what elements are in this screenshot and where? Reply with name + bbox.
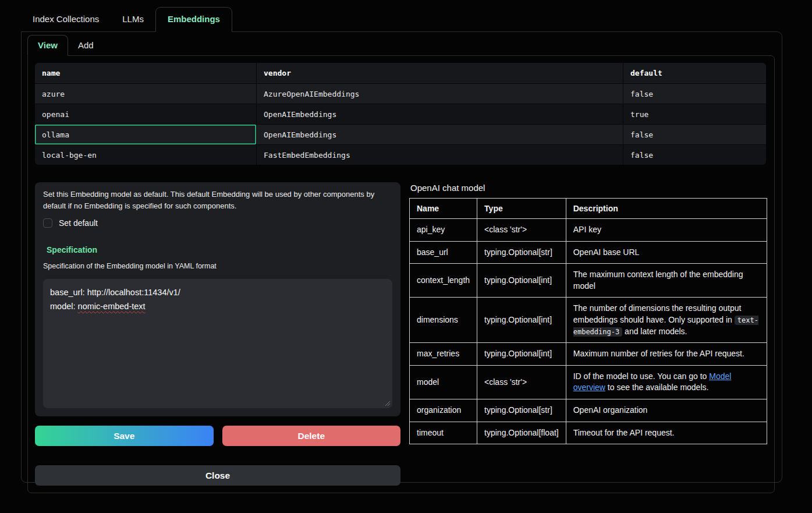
param-description: The maximum context length of the embedd…	[566, 264, 767, 298]
yaml-spec-editor[interactable]: base_url: http://localhost:11434/v1/ mod…	[43, 279, 392, 408]
schema-row-api_key: api_key<class 'str'>API key	[410, 219, 767, 242]
param-type: typing.Optional[str]	[477, 241, 566, 264]
description-text: Maximum number of retries for the API re…	[573, 349, 744, 358]
table-cell: OpenAIEmbeddings	[256, 104, 623, 124]
param-type: <class 'str'>	[477, 365, 566, 399]
tab-llms[interactable]: LLMs	[111, 8, 155, 31]
set-default-checkbox[interactable]	[43, 218, 52, 228]
tab-add[interactable]: Add	[68, 36, 104, 55]
embedding-row-ollama[interactable]: ollamaOpenAIEmbeddingsfalse	[35, 124, 766, 144]
param-type: typing.Optional[int]	[477, 264, 566, 298]
embeddings-table: namevendordefaultazureAzureOpenAIEmbeddi…	[35, 63, 766, 165]
table-cell: OpenAIEmbeddings	[256, 125, 623, 144]
param-type: typing.Optional[str]	[477, 399, 566, 422]
table-cell: true	[623, 104, 766, 124]
delete-button[interactable]: Delete	[222, 426, 401, 446]
selected-cell: ollama	[35, 125, 256, 144]
set-default-row: Set default	[43, 218, 392, 228]
param-name: max_retries	[410, 343, 477, 366]
embedding-row-openai[interactable]: openaiOpenAIEmbeddingstrue	[35, 104, 766, 124]
column-header-default: default	[623, 63, 766, 83]
top-tab-bar: Index Collections LLMs Embeddings	[21, 0, 812, 31]
default-description: Set this Embedding model as default. Thi…	[43, 189, 392, 212]
tab-embeddings[interactable]: Embeddings	[155, 7, 232, 32]
param-type: typing.Optional[int]	[477, 343, 566, 366]
param-name: dimensions	[410, 298, 477, 343]
column-header-vendor: vendor	[256, 63, 623, 83]
table-cell: azure	[35, 84, 256, 104]
description-text: ID of the model to use. You can go to	[573, 372, 710, 381]
save-button[interactable]: Save	[35, 426, 214, 446]
table-cell: false	[623, 84, 766, 104]
default-settings-panel: Set this Embedding model as default. Thi…	[35, 182, 400, 416]
description-text: OpenAI organization	[573, 405, 648, 415]
description-text: The number of dimensions the resulting o…	[573, 303, 742, 324]
description-text: to see the available models.	[605, 383, 708, 392]
table-cell: false	[623, 125, 766, 144]
embeddings-tab-panel: View Add namevendordefaultazureAzureOpen…	[21, 31, 782, 483]
schema-column: OpenAI chat model NameTypeDescriptionapi…	[409, 182, 767, 486]
schema-row-context_length: context_lengthtyping.Optional[int]The ma…	[410, 264, 767, 298]
embedding-row-local-bge-en[interactable]: local-bge-enFastEmbedEmbeddingsfalse	[35, 144, 766, 165]
param-description: The number of dimensions the resulting o…	[566, 298, 767, 343]
param-description: Timeout for the API request.	[566, 422, 767, 444]
table-cell: local-bge-en	[35, 145, 256, 165]
resize-handle-icon[interactable]	[384, 400, 390, 406]
detail-area: Set this Embedding model as default. Thi…	[35, 182, 767, 486]
table-cell: openai	[35, 104, 256, 124]
schema-title: OpenAI chat model	[410, 183, 767, 193]
param-type: typing.Optional[float]	[477, 422, 566, 444]
param-name: context_length	[410, 264, 477, 298]
set-default-label: Set default	[59, 218, 98, 228]
specification-help-text: Specification of the Embedding model in …	[43, 262, 392, 270]
param-type: typing.Optional[int]	[477, 298, 566, 343]
schema-table: NameTypeDescriptionapi_key<class 'str'>A…	[409, 198, 767, 444]
action-button-row: Save Delete	[35, 426, 400, 446]
schema-header-row: NameTypeDescription	[410, 199, 767, 219]
param-name: model	[410, 365, 477, 399]
view-tab-panel: namevendordefaultazureAzureOpenAIEmbeddi…	[27, 55, 775, 493]
close-button[interactable]: Close	[35, 465, 400, 486]
description-text: API key	[573, 225, 601, 234]
param-description: API key	[566, 219, 767, 242]
description-text: and later models.	[622, 327, 687, 336]
schema-row-model: model<class 'str'>ID of the model to use…	[410, 365, 767, 399]
yaml-line: base_url: http://localhost:11434/v1/	[50, 286, 385, 299]
view-add-tab-bar: View Add	[27, 35, 775, 55]
param-name: base_url	[410, 241, 477, 264]
tab-index-collections[interactable]: Index Collections	[21, 8, 111, 31]
schema-column-header-description: Description	[566, 199, 767, 219]
table-cell: FastEmbedEmbeddings	[256, 145, 623, 165]
description-text: OpenAI base URL	[573, 247, 640, 257]
table-cell: AzureOpenAIEmbeddings	[256, 84, 623, 104]
yaml-line: model: nomic-embed-text	[50, 300, 385, 313]
edit-column: Set this Embedding model as default. Thi…	[35, 182, 400, 486]
embeddings-table-header: namevendordefault	[35, 63, 766, 83]
param-name: timeout	[410, 422, 477, 444]
schema-column-header-type: Type	[477, 199, 566, 219]
param-type: <class 'str'>	[477, 219, 566, 242]
schema-row-timeout: timeouttyping.Optional[float]Timeout for…	[410, 422, 767, 444]
schema-column-header-name: Name	[410, 199, 477, 219]
embedding-row-azure[interactable]: azureAzureOpenAIEmbeddingsfalse	[35, 83, 766, 104]
description-text: Timeout for the API request.	[573, 428, 675, 437]
column-header-name: name	[35, 63, 256, 83]
schema-row-organization: organizationtyping.Optional[str]OpenAI o…	[410, 399, 767, 422]
tab-view[interactable]: View	[27, 35, 68, 56]
schema-row-base_url: base_urltyping.Optional[str]OpenAI base …	[410, 241, 767, 264]
param-description: Maximum number of retries for the API re…	[566, 343, 767, 366]
schema-row-dimensions: dimensionstyping.Optional[int]The number…	[410, 298, 767, 343]
param-name: organization	[410, 399, 477, 422]
misspelled-word: nomic-embed-text	[78, 302, 146, 311]
param-description: ID of the model to use. You can go to Mo…	[566, 365, 767, 399]
param-description: OpenAI base URL	[566, 241, 767, 264]
param-description: OpenAI organization	[566, 399, 767, 422]
table-cell: false	[623, 145, 766, 165]
param-name: api_key	[410, 219, 477, 242]
schema-row-max_retries: max_retriestyping.Optional[int]Maximum n…	[410, 343, 767, 366]
specification-heading: Specification	[47, 245, 392, 254]
description-text: The maximum context length of the embedd…	[573, 270, 743, 291]
